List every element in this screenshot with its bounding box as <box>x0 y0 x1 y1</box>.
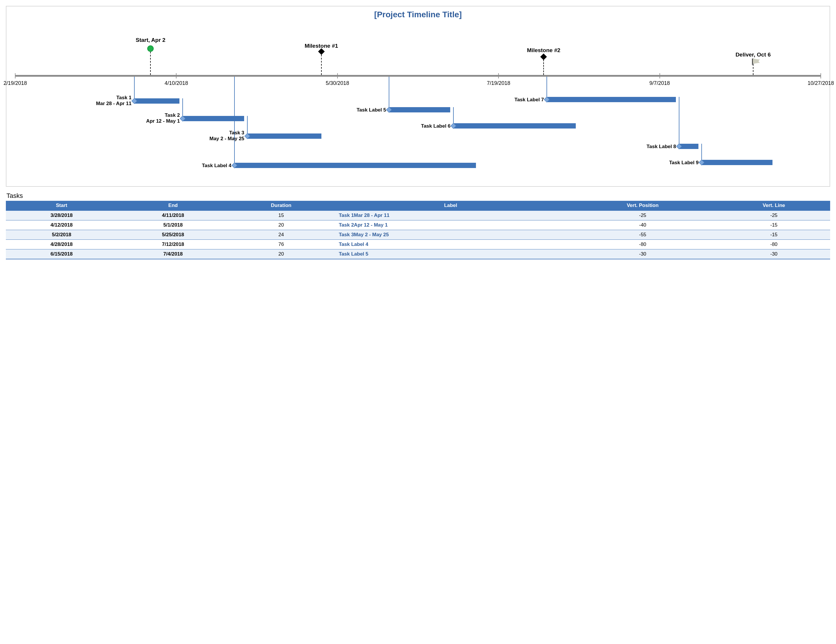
milestone-label: Start, Apr 2 <box>136 37 165 43</box>
task-bar <box>389 107 450 113</box>
task-bar <box>702 160 772 165</box>
task-label: Task Label 4 <box>202 163 235 168</box>
table-col-vert-position: Vert. Position <box>568 201 717 211</box>
milestone-leader <box>321 52 322 75</box>
chart-title: [Project Timeline Title] <box>15 10 821 19</box>
task-bar <box>547 97 676 102</box>
table-col-end: End <box>118 201 229 211</box>
x-axis-line <box>15 75 821 77</box>
task-label: Task Label 5 <box>356 107 389 113</box>
table-row: 4/12/20185/1/201820Task 2Apr 12 - May 1-… <box>6 221 830 230</box>
tasks-table-header-row: StartEndDurationLabelVert. PositionVert.… <box>6 201 830 211</box>
timeline-chart-frame: [Project Timeline Title] 2/19/20184/10/2… <box>6 6 830 187</box>
start-dot-icon <box>147 46 153 52</box>
axis-tick-label: 5/30/2018 <box>326 80 349 87</box>
tasks-table-body: 3/28/20184/11/201815Task 1Mar 28 - Apr 1… <box>6 211 830 259</box>
task-label: Task Label 7 <box>514 97 547 103</box>
task-bar <box>183 116 244 121</box>
axis-tick-label: 10/27/2018 <box>808 80 834 87</box>
milestone-label: Deliver, Oct 6 <box>736 52 771 58</box>
table-row: 6/15/20187/4/201820Task Label 5-30-30 <box>6 249 830 259</box>
task-bar <box>235 163 476 168</box>
task-label: Task 3May 2 - May 25 <box>210 130 247 141</box>
task-bar <box>454 123 576 129</box>
finish-flag-icon <box>753 59 759 64</box>
task-bar <box>134 98 180 104</box>
table-col-start: Start <box>6 201 118 211</box>
table-col-duration: Duration <box>229 201 334 211</box>
axis-tick-label: 4/10/2018 <box>165 80 188 87</box>
task-label: Task Label 9 <box>669 160 702 166</box>
tasks-table: StartEndDurationLabelVert. PositionVert.… <box>6 201 830 259</box>
axis-tick <box>176 73 176 78</box>
axis-tick <box>15 73 16 78</box>
milestone-diamond-icon <box>318 48 325 55</box>
task-label: Task Label 8 <box>647 144 679 150</box>
milestone-label: Milestone #2 <box>527 47 560 54</box>
task-label: Task 2Apr 12 - May 1 <box>146 113 183 124</box>
tasks-table-title: Tasks <box>7 192 829 199</box>
task-leader-line <box>389 77 389 110</box>
chart-plot-area: 2/19/20184/10/20185/30/20187/19/20189/7/… <box>15 22 821 177</box>
task-leader-line <box>679 97 679 146</box>
table-row: 5/2/20185/25/201824Task 3May 2 - May 25-… <box>6 230 830 240</box>
task-leader-line <box>547 77 547 100</box>
axis-tick <box>820 73 821 78</box>
milestone-diamond-icon <box>540 54 547 60</box>
axis-tick <box>498 73 499 78</box>
axis-tick <box>660 73 660 78</box>
table-col-label: Label <box>333 201 568 211</box>
milestone-leader <box>150 49 151 75</box>
axis-tick-label: 9/7/2018 <box>650 80 670 87</box>
axis-tick <box>337 73 338 78</box>
table-row: 4/28/20187/12/201876Task Label 4-80-80 <box>6 240 830 249</box>
table-row: 3/28/20184/11/201815Task 1Mar 28 - Apr 1… <box>6 211 830 221</box>
table-col-vert-line: Vert. Line <box>718 201 830 211</box>
task-bar <box>247 134 322 139</box>
task-label: Task Label 6 <box>421 123 454 129</box>
task-label: Task 1Mar 28 - Apr 11 <box>96 95 134 106</box>
axis-tick-label: 7/19/2018 <box>487 80 510 87</box>
axis-tick-label: 2/19/2018 <box>3 80 27 87</box>
